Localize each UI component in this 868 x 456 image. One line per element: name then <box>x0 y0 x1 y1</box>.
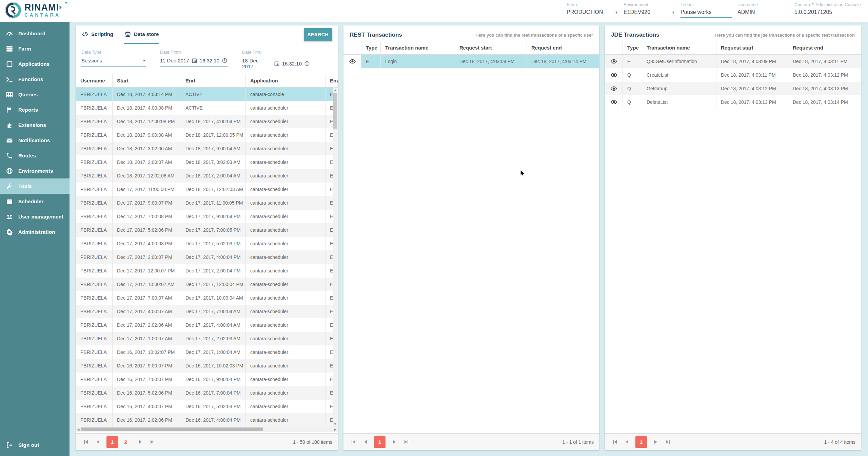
jde-transaction-row[interactable]: Q DeleteList Dec 18, 2017, 4:03:13 PM De… <box>605 95 861 109</box>
view-transaction-button[interactable] <box>605 95 623 109</box>
eye-icon[interactable] <box>610 86 617 91</box>
session-table-row[interactable]: PBRIZUELA Dec 18, 2017, 4:00:08 PM ACTIV… <box>76 101 338 115</box>
eye-icon[interactable] <box>610 100 617 104</box>
next-page-button[interactable] <box>651 438 660 446</box>
sidebar-item-queries[interactable]: Queries <box>0 87 70 102</box>
cell-username: PBRIZUELA <box>76 400 113 413</box>
session-table-row[interactable]: PBRIZUELA Dec 18, 2017, 12:02:06 AM Dec … <box>76 169 338 183</box>
sidebar-item-functions[interactable]: Functions <box>0 72 70 87</box>
previous-page-button[interactable] <box>361 438 370 446</box>
horizontal-scrollbar[interactable]: ◀ ▶ <box>76 427 338 432</box>
session-table-row[interactable]: PBRIZUELA Dec 16, 2017, 7:00:07 PM Dec 1… <box>76 373 338 386</box>
sidebar-item-applications[interactable]: Applications <box>0 56 70 72</box>
session-table-row[interactable]: PBRIZUELA Dec 16, 2017, 9:00:07 PM Dec 1… <box>76 359 338 373</box>
jde-transaction-row[interactable]: F Q35GetUserInformation Dec 18, 2017, 4:… <box>605 55 861 68</box>
sidebar-item-reports[interactable]: Reports <box>0 102 70 117</box>
sidebar-item-user-management[interactable]: User management <box>0 209 70 224</box>
calendar-icon[interactable] <box>192 58 197 63</box>
rest-transaction-row[interactable]: F Login Dec 18, 2017, 4:03:09 PM Dec 18,… <box>343 55 599 68</box>
session-table-row[interactable]: PBRIZUELA Dec 18, 2017, 9:00:08 AM Dec 1… <box>76 128 338 142</box>
session-table-row[interactable]: PBRIZUELA Dec 17, 2017, 2:00:07 PM Dec 1… <box>76 250 338 264</box>
session-table-row[interactable]: PBRIZUELA Dec 18, 2017, 2:00:07 AM Dec 1… <box>76 155 338 169</box>
sidebar-item-notifications[interactable]: Notifications <box>0 133 70 148</box>
clock-icon[interactable] <box>222 58 228 63</box>
scroll-up-arrow[interactable]: ▲ <box>334 88 337 93</box>
search-button[interactable]: SEARCH <box>304 28 332 41</box>
farm-select[interactable]: Farm PRODUCTION▼ <box>567 2 618 18</box>
session-table-row[interactable]: PBRIZUELA Dec 18, 2017, 12:00:08 PM Dec … <box>76 115 338 128</box>
first-page-button[interactable] <box>610 438 619 446</box>
envelope-icon <box>6 137 13 144</box>
session-table-row[interactable]: PBRIZUELA Dec 16, 2017, 10:02:07 PM Dec … <box>76 345 338 359</box>
sidebar-item-environments[interactable]: Environments <box>0 163 70 178</box>
scroll-down-arrow[interactable]: ▼ <box>334 422 337 427</box>
last-page-button[interactable] <box>663 438 672 446</box>
session-table-row[interactable]: PBRIZUELA Dec 18, 2017, 4:03:14 PM ACTIV… <box>76 88 338 101</box>
tab-data-store[interactable]: Data store <box>124 25 159 44</box>
calendar-icon[interactable] <box>274 61 280 66</box>
page-number-button[interactable]: 1 <box>106 436 118 448</box>
scroll-left-arrow[interactable]: ◀ <box>76 428 81 431</box>
session-table-row[interactable]: PBRIZUELA Dec 17, 2017, 4:00:08 PM Dec 1… <box>76 237 338 250</box>
jde-table-body: F Q35GetUserInformation Dec 18, 2017, 4:… <box>605 55 861 109</box>
view-transaction-button[interactable] <box>605 68 623 82</box>
session-table-row[interactable]: PBRIZUELA Dec 17, 2017, 7:00:08 PM Dec 1… <box>76 210 338 223</box>
sign-out-button[interactable]: Sign out <box>0 437 70 453</box>
sidebar-item-routes[interactable]: Routes <box>0 148 70 163</box>
cell-end: Dec 17, 2017, 7:00:04 AM <box>181 305 246 318</box>
first-page-button[interactable] <box>349 438 358 446</box>
session-table-row[interactable]: PBRIZUELA Dec 17, 2017, 1:00:07 AM Dec 1… <box>76 332 338 345</box>
session-table-row[interactable]: PBRIZUELA Dec 17, 2017, 2:02:06 AM Dec 1… <box>76 318 338 332</box>
session-table-row[interactable]: PBRIZUELA Dec 17, 2017, 4:00:07 AM Dec 1… <box>76 305 338 318</box>
session-table-row[interactable]: PBRIZUELA Dec 17, 2017, 7:00:07 AM Dec 1… <box>76 291 338 305</box>
cell-request-start: Dec 18, 2017, 4:03:12 PM <box>716 82 788 95</box>
environment-select[interactable]: Environment E1DEV920▼ <box>624 2 675 18</box>
jde-transaction-row[interactable]: Q GetGroup Dec 18, 2017, 4:03:12 PM Dec … <box>605 82 861 95</box>
session-table-row[interactable]: PBRIZUELA Dec 17, 2017, 5:02:06 PM Dec 1… <box>76 223 338 237</box>
previous-page-button[interactable] <box>623 438 631 446</box>
scroll-right-arrow[interactable]: ▶ <box>333 428 338 431</box>
data-type-select[interactable]: Sessions ▼ <box>81 58 146 66</box>
page-number-button[interactable]: 2 <box>120 436 132 448</box>
tenant-field[interactable]: Tenant Pause works <box>680 2 732 18</box>
eye-icon[interactable] <box>610 59 617 64</box>
jde-transaction-row[interactable]: Q CreateList Dec 18, 2017, 4:03:11 PM De… <box>605 68 861 82</box>
scrollbar-thumb[interactable] <box>333 93 337 129</box>
sidebar-item-extensions[interactable]: Extensions <box>0 117 70 133</box>
last-page-button[interactable] <box>402 438 411 446</box>
view-transaction-button[interactable] <box>343 55 361 68</box>
session-table-row[interactable]: PBRIZUELA Dec 16, 2017, 4:00:07 PM Dec 1… <box>76 400 338 413</box>
previous-page-button[interactable] <box>94 438 102 446</box>
session-table-row[interactable]: PBRIZUELA Dec 17, 2017, 12:00:07 PM Dec … <box>76 264 338 278</box>
next-page-button[interactable] <box>136 438 144 446</box>
eye-icon[interactable] <box>349 59 356 64</box>
date-from-input[interactable]: 11-Dec-2017 16:32:10 <box>160 58 228 66</box>
sidebar-item-administration[interactable]: Administration <box>0 224 70 240</box>
session-table-row[interactable]: PBRIZUELA Dec 16, 2017, 2:02:06 PM Dec 1… <box>76 413 338 427</box>
sidebar-item-scheduler[interactable]: Scheduler <box>0 194 70 209</box>
sidebar-item-farm[interactable]: Farm <box>0 41 70 56</box>
tab-scripting[interactable]: Scripting <box>81 25 114 44</box>
date-thru-input[interactable]: 18-Dec-2017 16:32:10 <box>242 58 310 72</box>
last-page-button[interactable] <box>148 438 157 446</box>
session-table-row[interactable]: PBRIZUELA Dec 18, 2017, 3:02:06 AM Dec 1… <box>76 142 338 155</box>
page-number-button[interactable]: 1 <box>635 436 647 448</box>
vertical-scrollbar[interactable]: ▲ ▼ <box>333 88 338 427</box>
session-table-row[interactable]: PBRIZUELA Dec 17, 2017, 9:00:07 PM Dec 1… <box>76 196 338 210</box>
session-table-row[interactable]: PBRIZUELA Dec 16, 2017, 5:02:06 PM Dec 1… <box>76 386 338 400</box>
sidebar-item-tools[interactable]: Tools <box>0 178 70 194</box>
sidebar-item-dashboard[interactable]: Dashboard <box>0 26 70 41</box>
view-transaction-button[interactable] <box>605 82 623 95</box>
clock-icon[interactable] <box>304 61 310 66</box>
page-number-button[interactable]: 1 <box>374 436 386 448</box>
cell-application: cantara-scheduler <box>246 305 326 318</box>
view-transaction-button[interactable] <box>605 55 623 68</box>
cell-username: PBRIZUELA <box>76 345 113 359</box>
session-table-row[interactable]: PBRIZUELA Dec 17, 2017, 11:00:08 PM Dec … <box>76 183 338 196</box>
eye-icon[interactable] <box>610 73 617 77</box>
next-page-button[interactable] <box>390 438 398 446</box>
session-table-row[interactable]: PBRIZUELA Dec 17, 2017, 10:00:07 AM Dec … <box>76 278 338 291</box>
scrollbar-thumb[interactable] <box>81 428 263 431</box>
cell-end: Dec 18, 2017, 3:02:03 AM <box>181 155 246 169</box>
first-page-button[interactable] <box>81 438 90 446</box>
